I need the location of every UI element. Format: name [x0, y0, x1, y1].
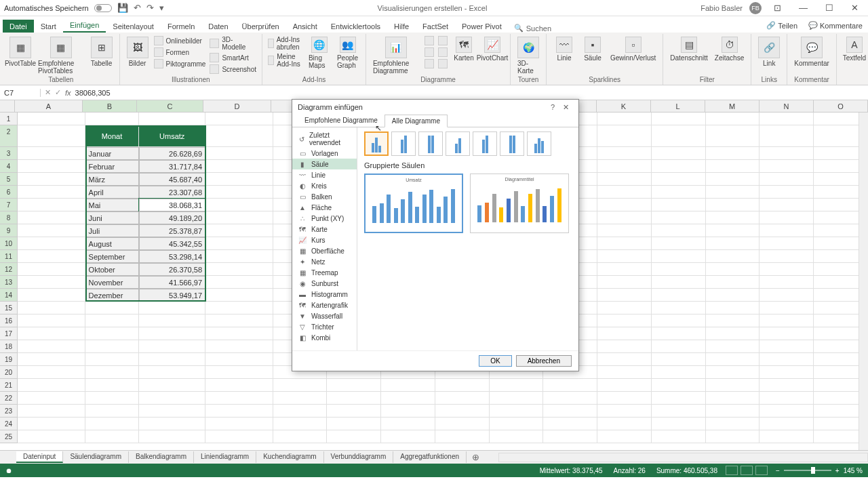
maps-button[interactable]: 🗺Karten	[450, 35, 477, 63]
cell[interactable]	[597, 405, 652, 418]
chart-type-item[interactable]: ▽Trichter	[292, 321, 357, 332]
cell[interactable]	[760, 289, 814, 302]
cell[interactable]	[597, 250, 652, 263]
row-header[interactable]: 21	[0, 379, 18, 392]
cell[interactable]: März	[85, 173, 140, 186]
subtype-3d-column[interactable]	[527, 131, 551, 156]
cell[interactable]	[490, 392, 544, 405]
comments-button[interactable]: 💬Kommentare	[803, 18, 868, 33]
cell[interactable]	[205, 237, 273, 250]
tab-daten[interactable]: Daten	[201, 20, 235, 33]
cell[interactable]	[490, 430, 544, 443]
cell[interactable]	[205, 353, 273, 366]
col-header[interactable]: A	[15, 100, 83, 112]
row-header[interactable]: 22	[0, 392, 18, 405]
chart-type-item[interactable]: ▭Vorlagen	[292, 148, 357, 159]
chart-type-item[interactable]: 🗺Karte	[292, 224, 357, 235]
search-box[interactable]: 🔍Suchen	[509, 24, 557, 33]
cell[interactable]	[706, 250, 760, 263]
cell[interactable]	[597, 327, 652, 340]
zoom-out-button[interactable]: −	[776, 467, 780, 474]
people-graph-button[interactable]: 👥People Graph	[334, 35, 361, 70]
cell[interactable]	[18, 125, 85, 147]
cell[interactable]	[706, 224, 760, 237]
record-macro-icon[interactable]: ⏺	[5, 467, 12, 474]
cancel-formula-icon[interactable]: ✕	[45, 88, 51, 97]
cell[interactable]: 26.628,69	[139, 147, 205, 160]
cell[interactable]	[706, 289, 760, 302]
cell[interactable]	[760, 173, 814, 186]
cancel-button[interactable]: Abbrechen	[516, 355, 572, 367]
cell[interactable]	[205, 340, 273, 353]
cell[interactable]	[18, 237, 85, 250]
cell[interactable]	[18, 392, 85, 405]
cell[interactable]: 38.068,31	[139, 199, 205, 211]
sheet-tab[interactable]: Säulendiagramm	[63, 451, 129, 463]
chart-type-item[interactable]: ▦Treemap	[292, 267, 357, 278]
autosave-toggle[interactable]	[94, 4, 112, 12]
fx-icon[interactable]: fx	[65, 89, 71, 97]
cell[interactable]	[760, 302, 814, 314]
confirm-formula-icon[interactable]: ✓	[55, 88, 61, 97]
cell[interactable]	[597, 340, 652, 353]
cell[interactable]	[597, 418, 652, 430]
cell[interactable]	[205, 263, 273, 276]
cell[interactable]	[490, 405, 544, 418]
cell[interactable]: 53.298,14	[139, 250, 205, 263]
cell[interactable]	[85, 340, 140, 353]
rec-charts-button[interactable]: 📊Empfohlene Diagramme	[370, 35, 422, 76]
cell[interactable]	[760, 353, 814, 366]
tab-entwicklertools[interactable]: Entwicklertools	[324, 20, 387, 33]
cell[interactable]: Dezember	[85, 289, 140, 302]
cell[interactable]	[597, 186, 652, 199]
cell[interactable]	[706, 211, 760, 224]
cell[interactable]	[652, 366, 706, 379]
get-addins-button[interactable]: Add-Ins abrufen	[267, 35, 304, 52]
col-header[interactable]: L	[651, 100, 705, 112]
link-button[interactable]: 🔗Link	[755, 35, 783, 68]
cell[interactable]	[706, 237, 760, 250]
share-button[interactable]: 🔗Teilen	[761, 18, 803, 33]
cell[interactable]	[139, 340, 205, 353]
cell[interactable]	[652, 125, 706, 147]
cell[interactable]	[597, 276, 652, 289]
cell[interactable]: Mai	[85, 199, 140, 211]
cell[interactable]	[327, 392, 381, 405]
tab-recommended-charts[interactable]: Empfohlene Diagramme	[298, 115, 384, 127]
cell[interactable]: August	[85, 237, 140, 250]
tab-powerpivot[interactable]: Power Pivot	[455, 20, 509, 33]
row-header[interactable]: 4	[0, 160, 18, 173]
row-header[interactable]: 16	[0, 314, 18, 327]
sheet-tab[interactable]: Balkendiagramm	[129, 451, 194, 463]
cell[interactable]	[760, 237, 814, 250]
cell[interactable]	[652, 147, 706, 160]
chart-type-item[interactable]: ▮Säule	[292, 159, 357, 169]
row-header[interactable]: 10	[0, 237, 18, 250]
cell[interactable]	[18, 366, 85, 379]
undo-icon[interactable]: ↶	[134, 3, 141, 13]
chart-line-button[interactable]	[423, 47, 435, 58]
cell[interactable]	[18, 263, 85, 276]
table-button[interactable]: ⊞Tabelle	[88, 35, 115, 68]
save-icon[interactable]: 💾	[117, 3, 128, 13]
cell[interactable]	[139, 379, 205, 392]
cell[interactable]	[652, 418, 706, 430]
cell[interactable]	[760, 113, 814, 125]
cell[interactable]	[706, 147, 760, 160]
row-header[interactable]: 25	[0, 430, 18, 443]
cell[interactable]	[18, 353, 85, 366]
cell[interactable]	[597, 173, 652, 186]
row-header[interactable]: 11	[0, 250, 18, 263]
cell[interactable]	[760, 276, 814, 289]
3dmap-button[interactable]: 🌍3D-Karte	[515, 35, 542, 76]
cell[interactable]	[18, 340, 85, 353]
row-header[interactable]: 2	[0, 125, 18, 147]
chart-type-item[interactable]: 🗺Kartengrafik	[292, 300, 357, 310]
cell[interactable]	[18, 147, 85, 160]
cell[interactable]: 41.566,97	[139, 276, 205, 289]
cell[interactable]	[327, 418, 381, 430]
tab-factset[interactable]: FactSet	[416, 20, 455, 33]
cell[interactable]	[706, 327, 760, 340]
cell[interactable]	[760, 405, 814, 418]
cell[interactable]	[597, 113, 652, 125]
